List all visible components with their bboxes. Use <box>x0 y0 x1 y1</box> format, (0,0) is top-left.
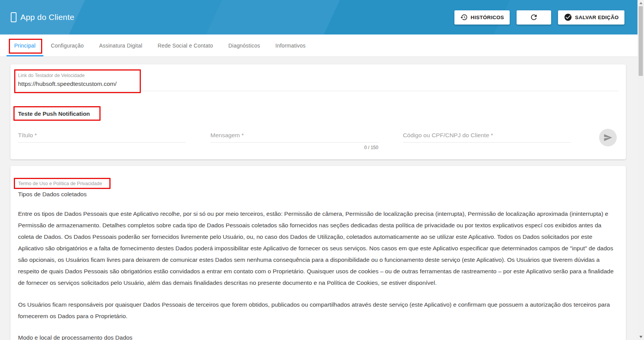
header-actions: HISTÓRICOS SALVAR EDIÇÃO <box>454 10 624 25</box>
terms-label-wrap: Termo de Uso e Política de Privacidade <box>18 181 102 186</box>
scroll-up-arrow-icon[interactable] <box>639 2 642 4</box>
speed-test-link-label: Link do Testador de Velocidade <box>18 73 618 78</box>
tabbar: Principal Configuração Assinatura Digita… <box>0 34 637 57</box>
main-content: Link do Testador de Velocidade Teste de … <box>0 57 637 340</box>
codigo-field <box>403 130 571 143</box>
app-window: App do Cliente HISTÓRICOS <box>0 0 644 340</box>
push-notification-card: Link do Testador de Velocidade Teste de … <box>10 64 626 159</box>
tab-label: Rede Social e Contato <box>158 43 213 49</box>
terms-paragraph-1: Entre os tipos de Dados Pessoais que est… <box>18 208 618 289</box>
terms-text: Entre os tipos de Dados Pessoais que est… <box>18 208 618 340</box>
terms-heading: Tipos de Dados coletados <box>18 191 618 198</box>
push-section-title: Teste de Push Notification <box>18 110 90 117</box>
speed-test-link-input[interactable] <box>18 79 618 91</box>
salvar-edicao-button[interactable]: SALVAR EDIÇÃO <box>558 10 624 25</box>
titulo-input[interactable] <box>18 130 186 143</box>
tab-label: Assinatura Digital <box>99 43 142 49</box>
speed-test-link-field: Link do Testador de Velocidade <box>18 73 618 91</box>
mensagem-input[interactable] <box>210 130 378 143</box>
app-header: App do Cliente HISTÓRICOS <box>0 0 637 34</box>
salvar-edicao-button-label: SALVAR EDIÇÃO <box>575 15 619 20</box>
send-icon <box>603 133 613 142</box>
history-icon <box>460 13 468 21</box>
historicos-button-label: HISTÓRICOS <box>471 15 504 20</box>
check-circle-icon <box>564 13 572 21</box>
tab-informativos[interactable]: Informativos <box>268 34 314 56</box>
mensagem-field: 0 / 150 <box>210 130 378 150</box>
scrollbar-thumb[interactable] <box>639 6 643 76</box>
push-fields-row: 0 / 150 <box>18 130 618 150</box>
tab-principal[interactable]: Principal <box>7 34 43 56</box>
refresh-button[interactable] <box>517 10 551 25</box>
terms-line-1: Modo e local de processamento dos Dados <box>18 332 618 340</box>
tab-label: Principal <box>14 43 36 49</box>
refresh-icon <box>530 13 538 21</box>
mensagem-char-counter: 0 / 150 <box>210 145 378 150</box>
app-title-text: App do Cliente <box>20 13 74 22</box>
app-title: App do Cliente <box>11 12 74 22</box>
tab-rede-social-e-contato[interactable]: Rede Social e Contato <box>150 34 221 56</box>
tab-label: Configuração <box>51 43 84 49</box>
titulo-field <box>18 130 186 143</box>
send-push-button[interactable] <box>599 129 617 146</box>
push-section-title-wrap: Teste de Push Notification <box>18 110 90 117</box>
tab-label: Diagnósticos <box>228 43 260 49</box>
historicos-button[interactable]: HISTÓRICOS <box>454 10 510 25</box>
vertical-scrollbar[interactable] <box>637 0 644 340</box>
tab-assinatura-digital[interactable]: Assinatura Digital <box>91 34 150 56</box>
smartphone-icon <box>11 12 17 22</box>
tab-label: Informativos <box>276 43 306 49</box>
terms-subsection: Modo e local de processamento dos Dados … <box>18 332 618 340</box>
tab-configuracao[interactable]: Configuração <box>43 34 92 56</box>
terms-card: Termo de Uso e Política de Privacidade T… <box>10 166 626 340</box>
terms-label: Termo de Uso e Política de Privacidade <box>18 181 102 186</box>
codigo-input[interactable] <box>403 130 571 143</box>
scroll-down-arrow-icon[interactable] <box>639 336 642 338</box>
tab-diagnosticos[interactable]: Diagnósticos <box>221 34 268 56</box>
terms-paragraph-2: Os Usuários ficam responsáveis por quais… <box>18 299 618 322</box>
